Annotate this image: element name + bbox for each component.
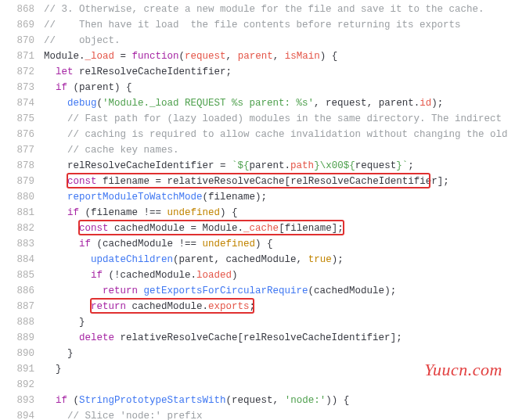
code-line[interactable]: if (StringPrototypeStartsWith(request, '…	[44, 393, 515, 408]
line-number: 879	[0, 174, 34, 189]
code-line[interactable]: // 3. Otherwise, create a new module for…	[44, 2, 515, 17]
code-line[interactable]: return cachedModule.exports;	[44, 299, 515, 314]
line-number: 872	[0, 64, 34, 80]
code-line[interactable]: const cachedModule = Module._cache[filen…	[44, 221, 515, 236]
line-number: 870	[0, 33, 34, 48]
line-number: 886	[0, 283, 34, 299]
line-number: 890	[0, 346, 34, 361]
line-number: 894	[0, 408, 34, 420]
code-line[interactable]: if (!cachedModule.loaded)	[44, 267, 515, 283]
code-line[interactable]: if (cachedModule !== undefined) {	[44, 236, 515, 252]
line-number: 887	[0, 299, 34, 314]
line-number: 883	[0, 236, 34, 252]
code-line[interactable]: Module._load = function(request, parent,…	[44, 48, 515, 64]
code-line[interactable]: // caching is required to allow cache in…	[44, 127, 515, 142]
line-number: 877	[0, 142, 34, 158]
code-line[interactable]: relResolveCacheIdentifier = `${parent.pa…	[44, 158, 515, 174]
code-line[interactable]: // cache key names.	[44, 142, 515, 158]
line-number: 882	[0, 221, 34, 236]
code-editor[interactable]: 8688698708718728738748758768778788798808…	[0, 0, 515, 420]
line-number: 869	[0, 17, 34, 33]
line-number: 891	[0, 361, 34, 377]
code-line[interactable]: updateChildren(parent, cachedModule, tru…	[44, 252, 515, 267]
code-line[interactable]: }	[44, 314, 515, 330]
code-line[interactable]: // Fast path for (lazy loaded) modules i…	[44, 111, 515, 127]
line-number: 875	[0, 111, 34, 127]
line-number: 880	[0, 189, 34, 205]
watermark: Yuucn.com	[424, 362, 502, 378]
code-lines[interactable]: // 3. Otherwise, create a new module for…	[44, 2, 515, 420]
line-number: 888	[0, 314, 34, 330]
line-number: 874	[0, 95, 34, 111]
code-line[interactable]: // Slice 'node:' prefix	[44, 408, 515, 420]
line-number: 873	[0, 80, 34, 95]
line-number: 878	[0, 158, 34, 174]
code-line[interactable]: if (parent) {	[44, 80, 515, 95]
line-gutter: 8688698708718728738748758768778788798808…	[0, 2, 44, 420]
line-number: 868	[0, 2, 34, 17]
code-line[interactable]: return getExportsForCircularRequire(cach…	[44, 283, 515, 299]
line-number: 884	[0, 252, 34, 267]
code-line[interactable]: }	[44, 346, 515, 361]
code-line[interactable]: delete relativeResolveCache[relResolveCa…	[44, 330, 515, 346]
line-number: 876	[0, 127, 34, 142]
code-line[interactable]: reportModuleToWatchMode(filename);	[44, 189, 515, 205]
code-line[interactable]: const filename = relativeResolveCache[re…	[44, 174, 515, 189]
code-line[interactable]: // object.	[44, 33, 515, 48]
code-line[interactable]: debug('Module._load REQUEST %s parent: %…	[44, 95, 515, 111]
code-line[interactable]: let relResolveCacheIdentifier;	[44, 64, 515, 80]
code-line[interactable]	[44, 377, 515, 393]
line-number: 892	[0, 377, 34, 393]
line-number: 885	[0, 267, 34, 283]
line-number: 893	[0, 393, 34, 408]
code-line[interactable]: if (filename !== undefined) {	[44, 205, 515, 221]
line-number: 881	[0, 205, 34, 221]
code-line[interactable]: // Then have it load the file contents b…	[44, 17, 515, 33]
line-number: 889	[0, 330, 34, 346]
line-number: 871	[0, 48, 34, 64]
